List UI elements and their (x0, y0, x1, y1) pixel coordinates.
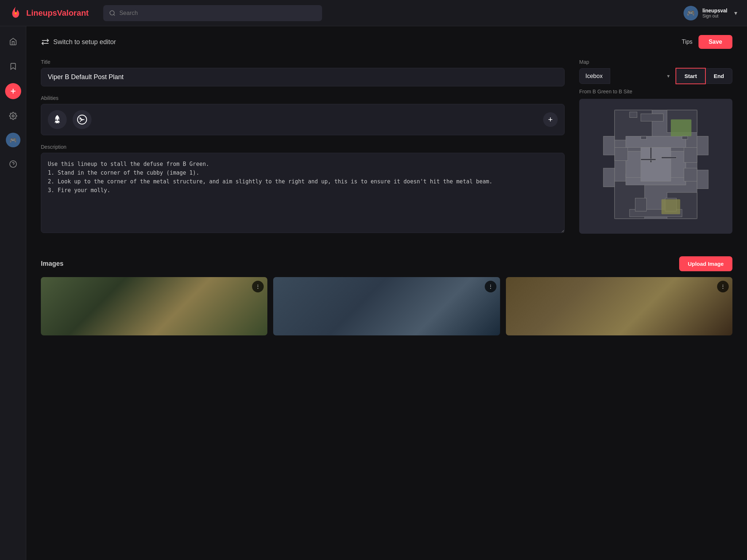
home-icon (9, 38, 17, 46)
description-section: Description (41, 144, 565, 243)
save-button[interactable]: Save (698, 35, 732, 49)
add-ability-button[interactable]: + (543, 112, 558, 127)
app-body: 🎮 Switch to setup editor Tips Save (0, 26, 747, 560)
signout-link[interactable]: Sign out (703, 13, 727, 19)
svg-rect-34 (641, 136, 646, 139)
left-column: Title Abilities (41, 59, 565, 243)
sidebar-item-add[interactable] (5, 83, 21, 99)
svg-point-0 (110, 11, 114, 15)
ability-1-icon (51, 114, 63, 125)
map-subtitle: From B Green to B Site (579, 89, 732, 94)
user-menu[interactable]: 🎮 lineupsval Sign out ▼ (684, 6, 738, 20)
user-name: lineupsval (703, 8, 727, 13)
toolbar-row: Switch to setup editor Tips Save (41, 35, 732, 49)
map-select-wrapper: Icebox Bind Haven Split Ascent Breeze (579, 68, 676, 84)
images-grid: ⋮ ⋮ ⋮ (41, 277, 732, 335)
svg-rect-32 (661, 199, 680, 214)
image-thumb-2: ⋮ (273, 277, 500, 335)
abilities-section: Abilities (41, 95, 565, 135)
sidebar-item-bookmark[interactable] (5, 58, 21, 74)
bookmark-icon (9, 62, 17, 70)
map-preview (579, 99, 732, 234)
svg-rect-33 (682, 136, 688, 139)
svg-rect-27 (641, 114, 663, 121)
svg-rect-35 (697, 136, 708, 155)
plus-icon (9, 87, 17, 95)
description-textarea[interactable] (41, 153, 565, 233)
svg-rect-20 (615, 148, 628, 161)
sidebar-item-home[interactable] (5, 34, 21, 50)
svg-rect-24 (641, 159, 656, 160)
flame-icon (9, 6, 23, 20)
svg-rect-19 (641, 148, 671, 182)
upload-image-button[interactable]: Upload Image (679, 256, 732, 271)
help-icon (9, 160, 17, 168)
title-label: Title (41, 59, 565, 65)
svg-rect-22 (684, 168, 697, 181)
switch-arrows-icon (41, 38, 50, 46)
abilities-box: ✦ + (41, 104, 565, 135)
svg-rect-38 (603, 168, 615, 187)
title-input[interactable] (41, 68, 565, 86)
chevron-down-icon: ▼ (733, 10, 738, 16)
start-button[interactable]: Start (676, 68, 705, 84)
tips-button[interactable]: Tips (682, 39, 693, 45)
abilities-label: Abilities (41, 95, 565, 101)
images-label: Images (41, 260, 63, 268)
search-input[interactable] (119, 10, 316, 16)
icebox-map-svg (579, 99, 732, 234)
ability-2-icon: ✦ (76, 114, 88, 125)
map-label: Map (579, 59, 732, 65)
svg-rect-25 (661, 157, 676, 158)
svg-rect-26 (630, 112, 637, 117)
images-section: Images Upload Image ⋮ ⋮ ⋮ (41, 256, 732, 335)
switch-editor-button[interactable]: Switch to setup editor (41, 38, 116, 46)
svg-rect-29 (635, 198, 646, 211)
images-header: Images Upload Image (41, 256, 732, 271)
image-menu-button-3[interactable]: ⋮ (717, 281, 729, 292)
action-buttons: Tips Save (682, 35, 732, 49)
sidebar-item-profile[interactable]: 🎮 (6, 133, 20, 147)
svg-text:✦: ✦ (81, 118, 84, 122)
topnav: LineupsValorant 🎮 lineupsval Sign out ▼ (0, 0, 747, 26)
search-bar[interactable] (103, 5, 322, 21)
svg-rect-37 (603, 136, 615, 155)
gear-icon (9, 112, 17, 120)
sidebar-item-help[interactable] (5, 156, 21, 172)
svg-rect-36 (697, 170, 708, 188)
svg-rect-21 (684, 148, 697, 163)
search-icon (109, 10, 116, 16)
svg-rect-31 (671, 120, 692, 136)
svg-rect-15 (626, 136, 686, 148)
svg-point-3 (12, 115, 14, 117)
right-column: Map Icebox Bind Haven Split Ascent Breez… (579, 59, 732, 243)
image-thumb-1: ⋮ (41, 277, 267, 335)
end-button[interactable]: End (706, 68, 732, 84)
image-thumb-3: ⋮ (506, 277, 732, 335)
map-select[interactable]: Icebox Bind Haven Split Ascent Breeze (579, 68, 610, 84)
logo-text: LineupsValorant (26, 8, 89, 18)
image-menu-button-2[interactable]: ⋮ (485, 281, 496, 292)
main-content: Switch to setup editor Tips Save Title A… (26, 26, 747, 560)
map-controls: Icebox Bind Haven Split Ascent Breeze St… (579, 68, 732, 84)
sidebar: 🎮 (0, 26, 26, 560)
form-grid: Title Abilities (41, 59, 732, 243)
sidebar-item-settings[interactable] (5, 108, 21, 124)
ability-icon-1[interactable] (48, 110, 67, 129)
ability-icon-2[interactable]: ✦ (73, 110, 92, 129)
avatar: 🎮 (684, 6, 698, 20)
logo[interactable]: LineupsValorant (9, 6, 89, 20)
description-label: Description (41, 144, 565, 150)
